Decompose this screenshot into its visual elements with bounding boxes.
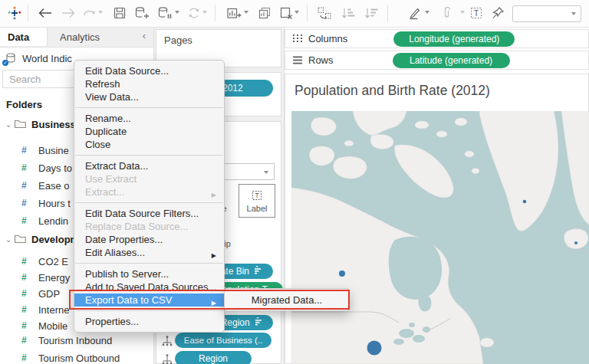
detail-icon — [161, 335, 173, 347]
field-row[interactable]: #Energy — [21, 270, 70, 285]
menu-separator — [75, 310, 223, 311]
back-icon[interactable] — [35, 3, 55, 23]
menu-item-add-to-saved-data-sources[interactable]: Add to Saved Data Sources... — [74, 280, 224, 293]
highlight-caret[interactable] — [425, 11, 429, 14]
menu-item-close[interactable]: Close — [74, 138, 224, 151]
menu-item-rename[interactable]: Rename... — [74, 112, 224, 125]
redo-dropdown-caret[interactable] — [98, 11, 103, 14]
menu-item-export-data-to-csv[interactable]: Export Data to CSV▶ — [74, 293, 224, 307]
clear-sheet-icon[interactable] — [276, 3, 296, 23]
map-mark[interactable] — [339, 271, 345, 277]
columns-pill-longitude[interactable]: Longitude (generated) — [393, 31, 515, 47]
field-row[interactable]: #Lendin — [21, 213, 68, 228]
label-icon: T — [251, 189, 263, 202]
map-view[interactable] — [291, 111, 589, 364]
swap-rows-columns-icon[interactable] — [314, 3, 334, 23]
highlight-pen-icon[interactable] — [405, 3, 425, 23]
run-update-caret[interactable] — [202, 11, 207, 14]
fix-axes-pin-icon[interactable] — [488, 3, 508, 23]
tab-data[interactable]: Data — [0, 28, 48, 46]
submenu-item-migrated-data[interactable]: Migrated Data... — [252, 294, 323, 306]
menu-separator — [75, 202, 223, 203]
rows-pill-latitude[interactable]: Latitude (generated) — [393, 53, 510, 68]
fit-selector[interactable] — [512, 5, 581, 22]
new-worksheet-icon[interactable] — [224, 3, 244, 23]
menu-separator — [75, 107, 223, 108]
folder-business[interactable]: ⌄ Business — [3, 116, 76, 132]
menu-item-edit-data-source[interactable]: Edit Data Source... — [74, 64, 224, 77]
chevron-down-icon[interactable]: ⌄ — [3, 235, 14, 244]
field-row[interactable]: #Busine — [21, 143, 69, 158]
chevron-down-icon[interactable]: ⌄ — [3, 120, 14, 129]
mark-type-caret[interactable] — [264, 171, 268, 174]
export-submenu: Migrated Data... — [224, 288, 350, 311]
field-row[interactable]: #GDP — [21, 286, 60, 301]
menu-item-edit-data-source-filters[interactable]: Edit Data Source Filters... — [74, 207, 224, 220]
pages-label: Pages — [164, 34, 192, 46]
sort-ascending-icon[interactable] — [339, 3, 359, 23]
field-row[interactable]: #Ease o — [21, 178, 69, 193]
columns-label: Columns — [308, 33, 347, 44]
new-worksheet-caret[interactable] — [244, 11, 248, 14]
duplicate-sheet-icon[interactable] — [255, 3, 275, 23]
field-row[interactable]: #Mobile — [21, 318, 67, 333]
pause-dropdown-caret[interactable] — [175, 11, 179, 14]
menu-item-date-properties[interactable]: Date Properties... — [74, 233, 224, 246]
clear-sheet-caret[interactable] — [294, 11, 299, 14]
marks-pill-region[interactable]: Region — [175, 351, 252, 364]
menu-item-edit-aliases[interactable]: Edit Aliases...▶ — [74, 246, 224, 259]
sort-descending-icon[interactable] — [362, 3, 382, 23]
menu-item-properties[interactable]: Properties... — [74, 315, 224, 328]
marks-pill-ease-of-business[interactable]: Ease of Business (.. — [175, 333, 271, 348]
toolbar-separator — [387, 5, 388, 21]
menu-item-extract-data[interactable]: Extract Data... — [74, 159, 224, 172]
collapse-pane-icon[interactable]: ‹ — [143, 30, 146, 41]
show-mark-labels-icon[interactable]: T — [466, 3, 486, 23]
number-icon: # — [21, 272, 32, 283]
field-row[interactable]: #Tourism Inbound — [21, 333, 112, 348]
sort-indicator-icon — [254, 266, 262, 277]
submenu-arrow-icon: ▶ — [212, 189, 216, 202]
number-icon: # — [21, 353, 32, 363]
redo-icon[interactable] — [80, 3, 100, 23]
add-datasource-icon[interactable] — [132, 3, 152, 23]
svg-text:T: T — [255, 192, 258, 199]
number-icon: # — [21, 335, 32, 346]
menu-item-duplicate[interactable]: Duplicate — [74, 125, 224, 138]
tab-analytics[interactable]: Analytics — [48, 28, 124, 46]
marks-label-button[interactable]: T Label — [239, 184, 275, 218]
pause-auto-updates-icon[interactable] — [155, 3, 175, 23]
field-row[interactable]: #Hours t — [21, 195, 71, 211]
folders-header: Folders — [6, 99, 42, 110]
number-icon: # — [21, 145, 32, 156]
menu-item-view-data[interactable]: View Data... — [74, 90, 224, 103]
menu-separator — [75, 263, 223, 264]
field-row[interactable]: #Tourism Outbound — [21, 350, 120, 364]
toolbar-separator — [28, 5, 28, 21]
group-caret[interactable] — [460, 11, 465, 14]
detail-icon — [161, 353, 173, 364]
menu-item-publish-to-server[interactable]: Publish to Server... — [74, 267, 224, 280]
map-mark[interactable] — [367, 341, 382, 356]
fit-caret[interactable] — [571, 12, 576, 15]
run-update-icon[interactable] — [184, 3, 204, 23]
menu-item-refresh[interactable]: Refresh — [74, 77, 224, 90]
toolbar-separator — [307, 5, 308, 21]
folder-development[interactable]: ⌄ Developm — [3, 231, 79, 247]
group-members-paperclip-icon[interactable] — [437, 3, 457, 23]
map-mark[interactable] — [523, 200, 527, 204]
datasource-item[interactable]: ✓ World Indic — [5, 51, 72, 66]
field-row[interactable]: #Days to — [21, 160, 72, 175]
folder-icon — [14, 119, 27, 130]
columns-shelf[interactable]: Columns Longitude (generated) — [285, 29, 589, 48]
field-row[interactable]: #CO2 E — [21, 254, 68, 269]
forward-icon[interactable] — [58, 3, 78, 23]
number-icon: # — [21, 180, 32, 191]
field-row[interactable]: #Interne — [21, 302, 69, 317]
number-icon: # — [21, 256, 32, 267]
save-icon[interactable] — [110, 3, 130, 23]
rows-shelf[interactable]: Rows Latitude (generated) — [285, 51, 589, 70]
submenu-arrow-icon: ▶ — [212, 249, 216, 262]
map-mark[interactable] — [574, 241, 577, 244]
number-icon: # — [21, 304, 32, 315]
